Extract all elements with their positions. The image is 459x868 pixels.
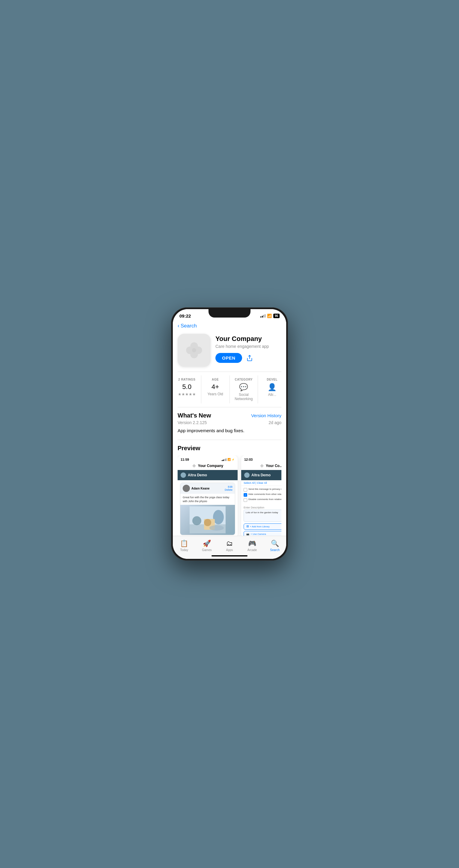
svg-point-22 [262,466,262,466]
camera-icon: 📷 [246,533,249,535]
preview-1-post-text: Great fun with the the yoga class today … [180,494,235,505]
tab-arcade[interactable]: 🎮 Arcade [241,538,264,553]
checkbox-1 [243,488,247,492]
checkbox-2: ✓ [243,493,247,497]
use-camera-label: + Use Camera [251,533,266,535]
preview-1-signal [222,458,227,461]
app-info: Your Company Care home engagement app OP… [216,334,282,363]
tab-apps[interactable]: 🗂 Apps [218,538,241,553]
preview-1-statusbar: 11:59 📶 ⚡ [177,455,238,463]
preview-1-dark-bar: Altra Demo [177,470,238,480]
share-button[interactable] [246,355,253,361]
tab-search[interactable]: 🔍 Search [263,538,286,553]
preview-2-desc-input: Lots of fun in the garden today [243,509,282,522]
apps-icon: 🗂 [226,540,233,548]
preview-1-section-name: Altra Demo [188,473,207,477]
preview-1-edit: Edit [225,485,232,488]
category-value: Social Networking [233,393,255,401]
checkbox-3-text: Disable comments from relative... [249,498,282,501]
version-history-link[interactable]: Version History [251,413,282,418]
preview-1-wifi: 📶 [227,458,231,461]
preview-2-app-name: Your Co... [266,464,282,468]
screen-content[interactable]: ‹ Search Your Company Car [173,320,286,536]
svg-point-16 [204,519,211,526]
open-button[interactable]: OPEN [216,353,242,363]
category-icon: 💬 [233,383,255,392]
version-time: 2d ago [268,420,282,425]
version-meta: Version 2.2.125 2d ago [177,420,282,425]
age-label: AGE [204,378,227,381]
library-icon: 🖼 [246,525,249,528]
preview-title: Preview [177,445,282,452]
ratings-label: 2 RATINGS [176,378,198,381]
back-button[interactable]: ‹ Search [177,323,282,329]
games-icon: 🚀 [203,540,211,548]
svg-point-10 [194,466,194,466]
app-subtitle: Care home engagement app [216,344,282,349]
checkbox-item-3: Disable comments from relative... [243,498,282,502]
preview-2-checkboxes: Send this message to primary r... ✓ Hide… [241,486,282,505]
preview-2-use-camera-btn: 📷 + Use Camera [243,531,282,536]
preview-2-topbar: Your Co... [241,463,282,470]
checkbox-item-2: ✓ Hide comments from other rela... [243,493,282,497]
app-actions: OPEN [216,353,282,363]
back-label: Search [181,323,197,329]
stars-display: ★★★★★ [176,392,198,397]
preview-1-time: 11:59 [181,458,189,461]
preview-2-time: 12:03 [244,458,253,461]
share-icon [246,355,253,361]
preview-card-2: 12:03 📶 [241,455,282,536]
stat-developer: DEVEL 👤 Altr... [258,375,286,403]
preview-1-avatar [183,485,190,492]
checkbox-item-1: Send this message to primary r... [243,488,282,492]
arcade-label: Arcade [248,548,257,552]
tab-today[interactable]: 📋 Today [173,538,196,553]
whats-new-header: What's New Version History [177,412,282,419]
version-notes: App improvements and bug fixes. [177,427,282,434]
preview-2-select-all: Select All | Clear All [241,480,282,486]
preview-1-delete: Delete [225,488,232,491]
developer-label: DEVEL [261,378,283,381]
chevron-left-icon: ‹ [177,323,179,329]
app-name: Your Company [216,335,282,343]
svg-point-17 [209,525,224,531]
svg-point-4 [192,348,196,352]
stat-age: AGE 4+ Years Old [201,375,230,403]
tab-games[interactable]: 🚀 Games [196,538,219,553]
whats-new-section: What's New Version History Version 2.2.1… [173,407,286,436]
version-number: Version 2.2.125 [177,420,207,425]
preview-1-edit-delete: Edit Delete [225,485,232,491]
stat-ratings: 2 RATINGS 5.0 ★★★★★ [173,375,201,403]
back-nav: ‹ Search [173,320,286,331]
preview-1-app-name: Your Company [198,464,223,468]
today-icon: 📋 [180,540,188,548]
preview-2-statusbar: 12:03 📶 [241,455,282,463]
add-library-label: + Add from Library [250,525,270,528]
age-sub: Years Old [204,392,227,396]
preview-scroll[interactable]: 11:59 📶 ⚡ [177,455,282,536]
app-icon [177,334,210,367]
app-header: Your Company Care home engagement app OP… [173,331,286,372]
checkbox-3 [243,498,247,502]
category-label: CATEGORY [233,378,255,381]
wifi-icon: 📶 [267,314,272,318]
developer-icon: 👤 [261,383,283,392]
preview-1-post-image [180,505,235,535]
stats-row: 2 RATINGS 5.0 ★★★★★ AGE 4+ Years Old CAT… [173,372,286,407]
phone-frame: 09:22 📶 96 ‹ Search [171,307,288,561]
preview-1-author-row: Adam Keane [183,485,210,492]
battery-indicator: 96 [273,314,280,318]
home-indicator [211,555,248,556]
developer-sub: Altr... [261,393,283,397]
signal-icon [260,314,265,317]
preview-1-section-icon [181,472,186,478]
preview-1-battery: ⚡ [232,458,235,461]
whats-new-title: What's New [177,412,211,419]
preview-1-post: Adam Keane Edit Delete Great fun with th… [180,483,235,535]
stat-category: CATEGORY 💬 Social Networking [230,375,258,403]
status-icons: 📶 96 [260,314,280,318]
apps-label: Apps [226,548,233,552]
preview-section: Preview 11:59 [173,440,286,536]
ratings-value: 5.0 [176,383,198,391]
app-logo-svg [184,340,205,361]
